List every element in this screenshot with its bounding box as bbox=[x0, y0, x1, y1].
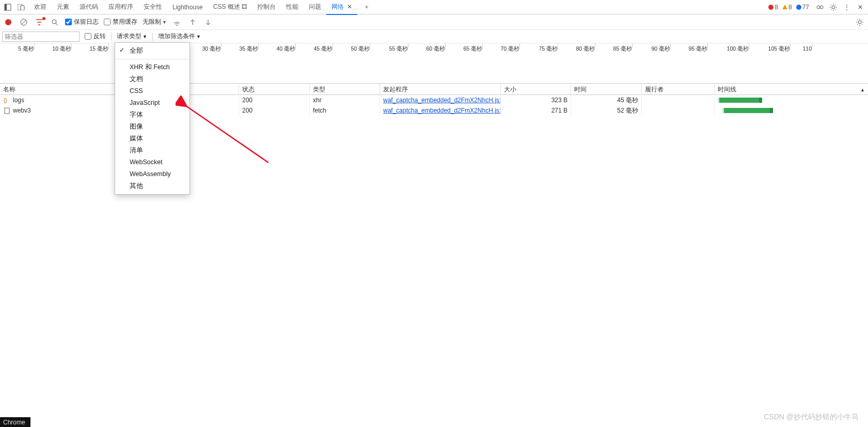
message-badge[interactable]: 77 bbox=[796, 4, 809, 11]
svg-point-12 bbox=[858, 21, 861, 24]
menu-item[interactable]: 字体 bbox=[115, 109, 190, 121]
svg-rect-14 bbox=[5, 108, 9, 114]
ruler-tick: 70 毫秒 bbox=[500, 45, 519, 53]
tab-应用程序[interactable]: 应用程序 bbox=[103, 0, 138, 14]
throttling-dropdown[interactable]: 无限制▼ bbox=[143, 18, 167, 26]
invert-input[interactable] bbox=[85, 33, 91, 40]
chrome-tag: Chrome bbox=[0, 417, 30, 427]
devtools-tab-strip: 欢迎元素源代码应用程序安全性LighthouseCSS 概述 ⚃控制台性能问题网… bbox=[0, 0, 868, 14]
initiator-link[interactable]: waf_captcha_embedded_d2FmX2NhcH.js:1 bbox=[383, 107, 501, 114]
col-initiator[interactable]: 发起程序 bbox=[380, 84, 501, 96]
preserve-log-checkbox[interactable]: 保留日志 bbox=[65, 18, 99, 26]
cell-status: 200 bbox=[239, 105, 310, 116]
new-tab-icon[interactable]: ＋ bbox=[359, 1, 374, 13]
col-size[interactable]: 大小 bbox=[501, 84, 571, 96]
document-file-icon bbox=[3, 107, 10, 114]
ruler-tick: 85 毫秒 bbox=[613, 45, 632, 53]
warning-badge[interactable]: 8 bbox=[782, 4, 792, 11]
network-settings-icon[interactable] bbox=[855, 17, 865, 27]
tab-控制台[interactable]: 控制台 bbox=[252, 0, 281, 14]
disable-cache-checkbox[interactable]: 禁用缓存 bbox=[104, 18, 137, 26]
ruler-tick: 110 bbox=[802, 45, 812, 52]
menu-item[interactable]: 其他 bbox=[115, 180, 190, 192]
issues-icon[interactable] bbox=[814, 2, 826, 13]
request-types-dropdown[interactable]: 请求类型▼ bbox=[117, 32, 147, 41]
record-button[interactable] bbox=[3, 17, 13, 27]
svg-point-6 bbox=[832, 6, 835, 9]
tab-lighthouse[interactable]: Lighthouse bbox=[167, 1, 208, 14]
ruler-tick: 40 毫秒 bbox=[276, 45, 295, 53]
watermark: CSDN @抄代码抄错的小牛马 bbox=[764, 413, 859, 422]
col-status[interactable]: 状态 bbox=[239, 84, 310, 96]
error-badge[interactable]: 8 bbox=[768, 4, 778, 11]
console-status-badges: 8 8 77 bbox=[768, 4, 812, 11]
ruler-tick: 75 毫秒 bbox=[539, 45, 558, 53]
cell-size: 323 B bbox=[501, 95, 571, 105]
svg-line-10 bbox=[56, 23, 58, 25]
svg-point-9 bbox=[52, 20, 56, 24]
disable-cache-input[interactable] bbox=[104, 19, 111, 25]
disable-cache-label: 禁用缓存 bbox=[113, 18, 137, 26]
svg-point-11 bbox=[177, 25, 178, 26]
filter-bar: 反转 请求类型▼ 增加筛选条件▼ bbox=[0, 30, 868, 43]
svg-text:{}: {} bbox=[4, 98, 7, 103]
filter-input[interactable] bbox=[2, 31, 80, 42]
settings-icon[interactable] bbox=[828, 2, 839, 13]
device-toolbar-icon[interactable] bbox=[15, 2, 27, 13]
menu-item[interactable]: 全部 bbox=[115, 45, 190, 57]
ruler-tick: 60 毫秒 bbox=[426, 45, 445, 53]
preserve-log-input[interactable] bbox=[65, 19, 72, 25]
clear-button[interactable] bbox=[19, 17, 29, 27]
import-har-icon[interactable] bbox=[203, 17, 213, 27]
more-options-icon[interactable]: ⋮ bbox=[841, 2, 853, 13]
request-name: webv3 bbox=[13, 107, 31, 114]
col-time[interactable]: 时间 bbox=[571, 84, 642, 96]
tab-安全性[interactable]: 安全性 bbox=[138, 0, 167, 14]
menu-item[interactable]: 清单 bbox=[115, 145, 190, 156]
initiator-link[interactable]: waf_captcha_embedded_d2FmX2NhcH.js:1 bbox=[383, 97, 501, 104]
cell-fulfilled-by bbox=[642, 95, 715, 105]
cell-size: 271 B bbox=[501, 105, 571, 116]
search-button[interactable] bbox=[50, 17, 60, 27]
dock-side-icon[interactable] bbox=[2, 2, 13, 13]
more-filters-dropdown[interactable]: 增加筛选条件▼ bbox=[158, 32, 201, 41]
preserve-log-label: 保留日志 bbox=[74, 18, 99, 26]
export-har-icon[interactable] bbox=[187, 17, 198, 27]
js-file-icon: {} bbox=[3, 97, 10, 104]
network-toolbar: 保留日志 禁用缓存 无限制▼ bbox=[0, 14, 868, 30]
network-conditions-icon[interactable] bbox=[172, 17, 182, 27]
invert-checkbox[interactable]: 反转 bbox=[85, 32, 106, 41]
menu-item[interactable]: WebSocket bbox=[115, 156, 190, 168]
menu-item[interactable]: WebAssembly bbox=[115, 168, 190, 180]
svg-point-5 bbox=[820, 6, 823, 9]
tab-close-icon[interactable]: ✕ bbox=[347, 3, 352, 10]
menu-item[interactable]: XHR 和 Fetch bbox=[115, 61, 190, 73]
request-types-menu[interactable]: 全部XHR 和 Fetch文档CSSJavaScript字体图像媒体清单WebS… bbox=[115, 42, 190, 195]
tab-欢迎[interactable]: 欢迎 bbox=[29, 0, 52, 14]
tab-问题[interactable]: 问题 bbox=[304, 0, 326, 14]
col-fulfilled-by[interactable]: 履行者 bbox=[642, 84, 715, 96]
cell-fulfilled-by bbox=[642, 105, 715, 116]
menu-divider bbox=[115, 59, 190, 59]
tab-源代码[interactable]: 源代码 bbox=[74, 0, 103, 14]
col-type[interactable]: 类型 bbox=[310, 84, 380, 96]
filter-toggle-button[interactable] bbox=[34, 17, 44, 27]
close-devtools-icon[interactable]: ✕ bbox=[855, 2, 866, 13]
tab-网络[interactable]: 网络✕ bbox=[326, 0, 357, 14]
col-waterfall[interactable]: 时间线▲ bbox=[715, 84, 868, 96]
ruler-tick: 100 毫秒 bbox=[727, 45, 749, 53]
ruler-tick: 50 毫秒 bbox=[351, 45, 370, 53]
ruler-tick: 105 毫秒 bbox=[768, 45, 790, 53]
menu-item[interactable]: 文档 bbox=[115, 73, 190, 85]
invert-label: 反转 bbox=[93, 32, 106, 41]
tab-元素[interactable]: 元素 bbox=[52, 0, 74, 14]
svg-point-4 bbox=[817, 6, 820, 9]
tab-css 概述[interactable]: CSS 概述 ⚃ bbox=[208, 0, 252, 14]
ruler-tick: 45 毫秒 bbox=[313, 45, 333, 53]
menu-item[interactable]: 图像 bbox=[115, 121, 190, 133]
tab-性能[interactable]: 性能 bbox=[281, 0, 304, 14]
cell-type: xhr bbox=[310, 95, 380, 105]
menu-item[interactable]: 媒体 bbox=[115, 133, 190, 145]
menu-item[interactable]: CSS bbox=[115, 85, 190, 97]
menu-item[interactable]: JavaScript bbox=[115, 97, 190, 109]
